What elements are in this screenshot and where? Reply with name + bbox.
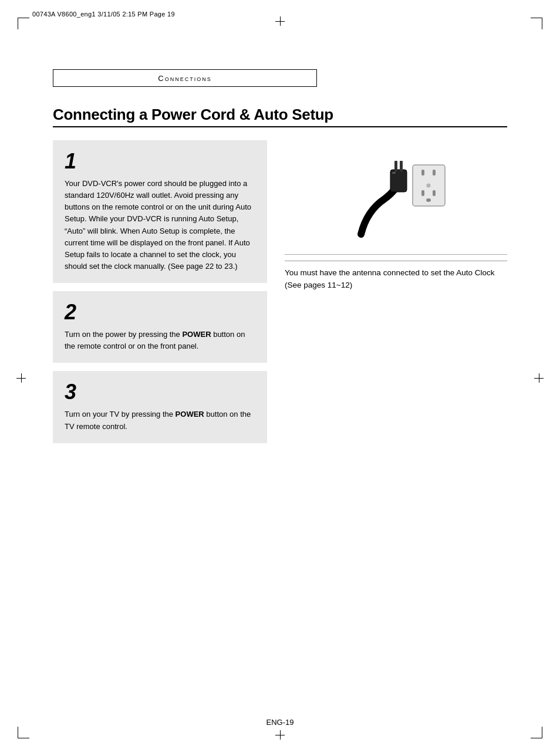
title-underline (53, 126, 507, 127)
step-3-bold: POWER (176, 410, 204, 419)
svg-rect-2 (400, 161, 403, 171)
two-column-layout: 1 Your DVD-VCR's power cord should be pl… (53, 140, 507, 451)
svg-rect-1 (394, 161, 397, 171)
right-caption: You must have the antenna connected to s… (285, 261, 507, 292)
outlet-svg (343, 158, 449, 240)
main-content: Connecting a Power Cord & Auto Setup 1 Y… (53, 106, 507, 451)
step-2-bold: POWER (182, 330, 211, 339)
left-column: 1 Your DVD-VCR's power cord should be pl… (53, 140, 267, 451)
step-2-text-before: Turn on the power by pressing the (65, 330, 182, 339)
step-2-box: 2 Turn on the power by pressing the POWE… (53, 291, 267, 363)
crosshair-left (16, 373, 26, 383)
right-column: You must have the antenna connected to s… (285, 140, 507, 292)
step-3-number: 3 (65, 382, 255, 403)
step-3-text-before: Turn on your TV by pressing the (65, 410, 176, 419)
svg-rect-9 (433, 190, 436, 196)
svg-rect-7 (433, 170, 436, 176)
connections-label: Connections (158, 74, 211, 83)
svg-rect-6 (421, 170, 424, 176)
step-3-box: 3 Turn on your TV by pressing the POWER … (53, 371, 267, 443)
svg-rect-8 (421, 190, 424, 196)
right-divider (285, 254, 507, 255)
page-footer: ENG-19 (0, 718, 560, 727)
crosshair-bottom (275, 730, 285, 740)
svg-rect-3 (392, 172, 396, 174)
header-meta: 00743A V8600_eng1 3/11/05 2:15 PM Page 1… (32, 11, 175, 18)
svg-point-10 (426, 198, 431, 202)
step-1-number: 1 (65, 151, 255, 172)
corner-mark-tr (525, 18, 542, 35)
outlet-illustration (285, 152, 507, 246)
page-number: ENG-19 (266, 718, 294, 727)
corner-mark-tl (18, 18, 35, 35)
step-1-box: 1 Your DVD-VCR's power cord should be pl… (53, 140, 267, 283)
page-title: Connecting a Power Cord & Auto Setup (53, 106, 507, 124)
step-1-text: Your DVD-VCR's power cord should be plug… (65, 178, 255, 272)
svg-point-5 (427, 184, 430, 187)
step-3-text: Turn on your TV by pressing the POWER bu… (65, 409, 255, 432)
crosshair-top (275, 16, 285, 26)
step-2-number: 2 (65, 302, 255, 323)
crosshair-right (534, 373, 544, 383)
step-2-text: Turn on the power by pressing the POWER … (65, 329, 255, 352)
connections-banner: Connections (53, 69, 317, 87)
